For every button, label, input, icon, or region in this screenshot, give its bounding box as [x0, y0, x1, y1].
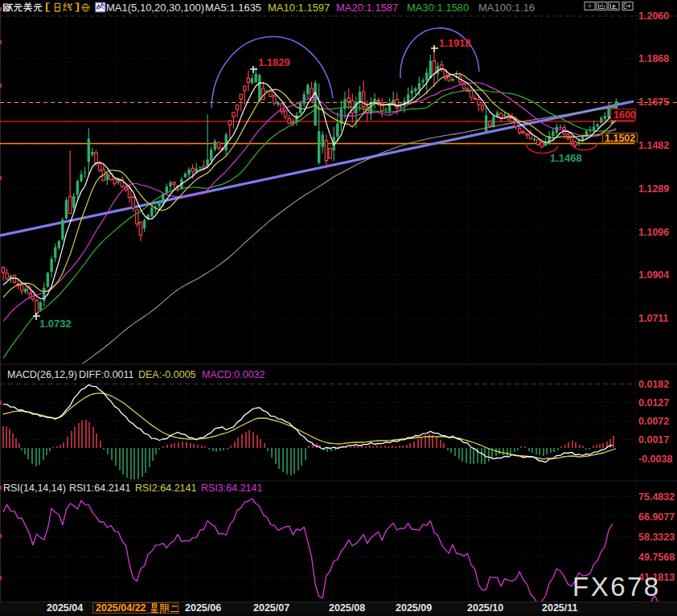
svg-text:1.2060: 1.2060: [638, 10, 669, 22]
svg-text:1.1502: 1.1502: [605, 133, 635, 144]
svg-text:1.1096: 1.1096: [638, 227, 669, 238]
svg-text:49.7568: 49.7568: [638, 552, 675, 563]
svg-text:RSI1:64.2141: RSI1:64.2141: [69, 483, 130, 494]
svg-text:MA10:1.1597: MA10:1.1597: [268, 2, 330, 14]
svg-text:1.1468: 1.1468: [550, 152, 582, 164]
svg-text:0.0072: 0.0072: [638, 416, 669, 427]
svg-text:MA20:1.1587: MA20:1.1587: [336, 2, 398, 14]
svg-text:1.0732: 1.0732: [39, 318, 72, 330]
svg-text:MA1(5,10,20,30,100): MA1(5,10,20,30,100): [106, 2, 204, 14]
svg-text:2025/06: 2025/06: [185, 602, 221, 614]
svg-text:66.9077: 66.9077: [638, 511, 675, 523]
svg-text:2025/10: 2025/10: [467, 602, 503, 614]
svg-text:75.4832: 75.4832: [638, 491, 675, 503]
svg-text:2025/04: 2025/04: [47, 602, 83, 614]
svg-text:1.1482: 1.1482: [638, 140, 669, 151]
svg-text:1.1918: 1.1918: [439, 37, 471, 49]
svg-text:RSI2:64.2141: RSI2:64.2141: [135, 483, 196, 494]
svg-text:RSI3:64.2141: RSI3:64.2141: [201, 483, 262, 494]
svg-text:1.0904: 1.0904: [638, 269, 669, 281]
svg-text:2025/07: 2025/07: [253, 602, 289, 614]
svg-text:MA100:1.16: MA100:1.16: [478, 2, 535, 14]
svg-text:-0.0038: -0.0038: [638, 454, 672, 465]
svg-text:2025/08: 2025/08: [329, 602, 365, 614]
svg-text:2025/09: 2025/09: [396, 602, 432, 614]
svg-text:1.1675: 1.1675: [638, 97, 669, 108]
svg-text:1.1289: 1.1289: [638, 183, 669, 195]
svg-text:1600: 1600: [613, 109, 636, 121]
svg-text:2025/04/22: 2025/04/22: [96, 602, 146, 614]
svg-text:0.0127: 0.0127: [638, 397, 669, 409]
svg-text:RSI(14,14,14): RSI(14,14,14): [3, 483, 66, 494]
svg-text:DIFF:0.0011: DIFF:0.0011: [79, 369, 134, 380]
svg-text:MACD(26,12,9): MACD(26,12,9): [7, 369, 77, 380]
svg-text:MA5:1.1635: MA5:1.1635: [205, 2, 261, 14]
svg-text:1.1868: 1.1868: [638, 53, 669, 64]
svg-text:1.1829: 1.1829: [258, 56, 290, 68]
svg-text:1.0711: 1.0711: [638, 313, 669, 324]
svg-text:58.3323: 58.3323: [638, 532, 675, 543]
svg-text:FX678: FX678: [572, 572, 661, 602]
svg-text:DEA:-0.0005: DEA:-0.0005: [138, 369, 196, 380]
svg-text:MA30:1.1580: MA30:1.1580: [407, 2, 469, 14]
svg-text:0.0182: 0.0182: [638, 379, 669, 390]
svg-text:MACD:0.0032: MACD:0.0032: [202, 369, 265, 380]
svg-text:2025/11: 2025/11: [542, 602, 578, 614]
svg-text:0.0017: 0.0017: [638, 434, 669, 446]
